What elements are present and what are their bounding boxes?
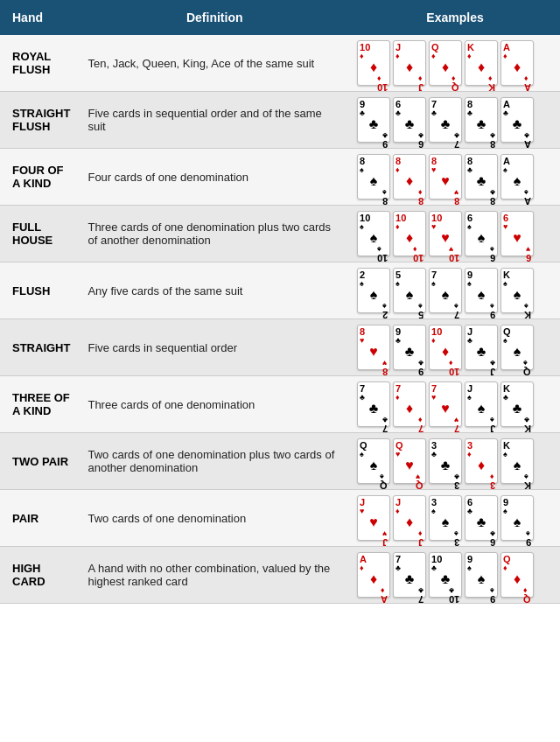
cards-container: A♦♦A♦7♣♣7♣10♣♣10♣9♠♠9♠Q♦♦Q♦ <box>357 552 553 598</box>
table-row: STRAIGHT FLUSHFive cards in sequential o… <box>0 92 560 149</box>
playing-card: K♠♠K♠ <box>500 438 534 484</box>
playing-card: 3♣♣3♣ <box>429 438 462 484</box>
playing-card: 10♠♠10♠ <box>357 211 390 256</box>
playing-card: 9♠♠9♠ <box>500 495 534 541</box>
playing-card: K♦♦K♦ <box>465 40 498 86</box>
cards-container: 2♠♠2♠5♠♠5♠7♠♠7♠9♠♠9♠K♠♠K♠ <box>357 268 553 313</box>
hand-examples: 10♦♦10♦J♦♦J♦Q♦♦Q♦K♦♦K♦A♦♦A♦ <box>350 35 560 92</box>
hand-definition: Two cards of one denomination plus two c… <box>79 433 350 490</box>
playing-card: 7♣♣7♣ <box>429 97 462 143</box>
playing-card: J♣♣J♣ <box>465 325 498 370</box>
playing-card: K♠♠K♠ <box>500 268 534 313</box>
playing-card: 2♠♠2♠ <box>357 268 390 313</box>
playing-card: 7♦♦7♦ <box>393 382 426 427</box>
playing-card: 3♦♦3♦ <box>465 438 498 484</box>
playing-card: 7♥♥7♥ <box>429 382 462 427</box>
cards-container: J♥♥J♥J♦♦J♦3♠♠3♠6♣♣6♣9♠♠9♠ <box>357 495 553 541</box>
playing-card: 9♠♠9♠ <box>465 552 498 598</box>
hand-name: STRAIGHT <box>0 319 79 376</box>
hand-name: FULL HOUSE <box>0 206 79 262</box>
playing-card: 8♠♠8♠ <box>357 154 390 200</box>
playing-card: 7♠♠7♠ <box>429 268 462 313</box>
playing-card: 8♣♣8♣ <box>465 154 498 200</box>
playing-card: 8♥♥8♥ <box>429 154 462 200</box>
hand-name: FLUSH <box>0 262 79 319</box>
playing-card: 9♣♣9♣ <box>357 97 390 143</box>
hand-name: FOUR OF A KIND <box>0 149 79 206</box>
hand-name: THREE OF A KIND <box>0 376 79 433</box>
playing-card: 10♦♦10♦ <box>357 40 390 86</box>
hand-definition: Any five cards of the same suit <box>79 262 350 319</box>
playing-card: Q♦♦Q♦ <box>500 552 534 598</box>
playing-card: A♦♦A♦ <box>500 40 534 86</box>
playing-card: 5♠♠5♠ <box>393 268 426 313</box>
cards-container: Q♠♠Q♠Q♥♥Q♥3♣♣3♣3♦♦3♦K♠♠K♠ <box>357 438 553 484</box>
playing-card: 9♣♣9♣ <box>393 325 426 370</box>
cards-container: 8♥♥8♥9♣♣9♣10♦♦10♦J♣♣J♣Q♠♠Q♠ <box>357 325 553 370</box>
playing-card: A♣♣A♣ <box>500 97 534 143</box>
table-row: HIGH CARDA hand with no other combinatio… <box>0 547 560 604</box>
hand-examples: 9♣♣9♣6♣♣6♣7♣♣7♣8♣♣8♣A♣♣A♣ <box>350 92 560 149</box>
table-row: FOUR OF A KINDFour cards of one denomina… <box>0 149 560 206</box>
hand-examples: 8♠♠8♠8♦♦8♦8♥♥8♥8♣♣8♣A♠♠A♠ <box>350 149 560 206</box>
hand-definition: Three cards of one denomination <box>79 376 350 433</box>
playing-card: 3♠♠3♠ <box>429 495 462 541</box>
table-row: ROYAL FLUSHTen, Jack, Queen, King, Ace o… <box>0 35 560 92</box>
hand-definition: Three cards of one denomination plus two… <box>79 206 350 262</box>
playing-card: 9♠♠9♠ <box>465 268 498 313</box>
playing-card: J♦♦J♦ <box>393 495 426 541</box>
col-definition-header: Definition <box>79 0 350 35</box>
hand-name: ROYAL FLUSH <box>0 35 79 92</box>
cards-container: 7♣♣7♣7♦♦7♦7♥♥7♥J♠♠J♠K♣♣K♣ <box>357 382 553 427</box>
hand-examples: A♦♦A♦7♣♣7♣10♣♣10♣9♠♠9♠Q♦♦Q♦ <box>350 547 560 604</box>
playing-card: 7♣♣7♣ <box>357 382 390 427</box>
playing-card: Q♠♠Q♠ <box>500 325 534 370</box>
playing-card: 8♣♣8♣ <box>465 97 498 143</box>
playing-card: 10♦♦10♦ <box>429 325 462 370</box>
playing-card: 10♦♦10♦ <box>393 211 426 256</box>
playing-card: 6♣♣6♣ <box>393 97 426 143</box>
playing-card: Q♥♥Q♥ <box>393 438 426 484</box>
cards-container: 10♦♦10♦J♦♦J♦Q♦♦Q♦K♦♦K♦A♦♦A♦ <box>357 40 553 86</box>
playing-card: J♥♥J♥ <box>357 495 390 541</box>
cards-container: 8♠♠8♠8♦♦8♦8♥♥8♥8♣♣8♣A♠♠A♠ <box>357 154 553 200</box>
playing-card: K♣♣K♣ <box>500 382 534 427</box>
table-row: THREE OF A KINDThree cards of one denomi… <box>0 376 560 433</box>
hand-definition: Two cards of one denomination <box>79 490 350 547</box>
hand-name: TWO PAIR <box>0 433 79 490</box>
hand-definition: Five cards in sequential order and of th… <box>79 92 350 149</box>
playing-card: A♠♠A♠ <box>500 154 534 200</box>
playing-card: Q♠♠Q♠ <box>357 438 390 484</box>
playing-card: 8♦♦8♦ <box>393 154 426 200</box>
cards-container: 9♣♣9♣6♣♣6♣7♣♣7♣8♣♣8♣A♣♣A♣ <box>357 97 553 143</box>
playing-card: 10♥♥10♥ <box>429 211 462 256</box>
playing-card: 10♣♣10♣ <box>429 552 462 598</box>
hand-examples: 10♠♠10♠10♦♦10♦10♥♥10♥6♠♠6♠6♥♥6♥ <box>350 206 560 262</box>
playing-card: 6♣♣6♣ <box>465 495 498 541</box>
hand-examples: 7♣♣7♣7♦♦7♦7♥♥7♥J♠♠J♠K♣♣K♣ <box>350 376 560 433</box>
hand-definition: A hand with no other combination, valued… <box>79 547 350 604</box>
playing-card: 7♣♣7♣ <box>393 552 426 598</box>
table-row: FULL HOUSEThree cards of one denominatio… <box>0 206 560 262</box>
hand-examples: 8♥♥8♥9♣♣9♣10♦♦10♦J♣♣J♣Q♠♠Q♠ <box>350 319 560 376</box>
hand-definition: Five cards in sequential order <box>79 319 350 376</box>
cards-container: 10♠♠10♠10♦♦10♦10♥♥10♥6♠♠6♠6♥♥6♥ <box>357 211 553 256</box>
hand-name: HIGH CARD <box>0 547 79 604</box>
hand-definition: Four cards of one denomination <box>79 149 350 206</box>
playing-card: 6♥♥6♥ <box>500 211 534 256</box>
col-hand-header: Hand <box>0 0 79 35</box>
hand-definition: Ten, Jack, Queen, King, Ace of the same … <box>79 35 350 92</box>
poker-hands-table: Hand Definition Examples ROYAL FLUSHTen,… <box>0 0 560 604</box>
playing-card: Q♦♦Q♦ <box>429 40 462 86</box>
table-row: PAIRTwo cards of one denominationJ♥♥J♥J♦… <box>0 490 560 547</box>
hand-name: PAIR <box>0 490 79 547</box>
table-row: TWO PAIRTwo cards of one denomination pl… <box>0 433 560 490</box>
playing-card: 6♠♠6♠ <box>465 211 498 256</box>
table-row: STRAIGHTFive cards in sequential order8♥… <box>0 319 560 376</box>
table-row: FLUSHAny five cards of the same suit2♠♠2… <box>0 262 560 319</box>
hand-name: STRAIGHT FLUSH <box>0 92 79 149</box>
col-examples-header: Examples <box>350 0 560 35</box>
playing-card: 8♥♥8♥ <box>357 325 390 370</box>
hand-examples: Q♠♠Q♠Q♥♥Q♥3♣♣3♣3♦♦3♦K♠♠K♠ <box>350 433 560 490</box>
playing-card: J♠♠J♠ <box>465 382 498 427</box>
